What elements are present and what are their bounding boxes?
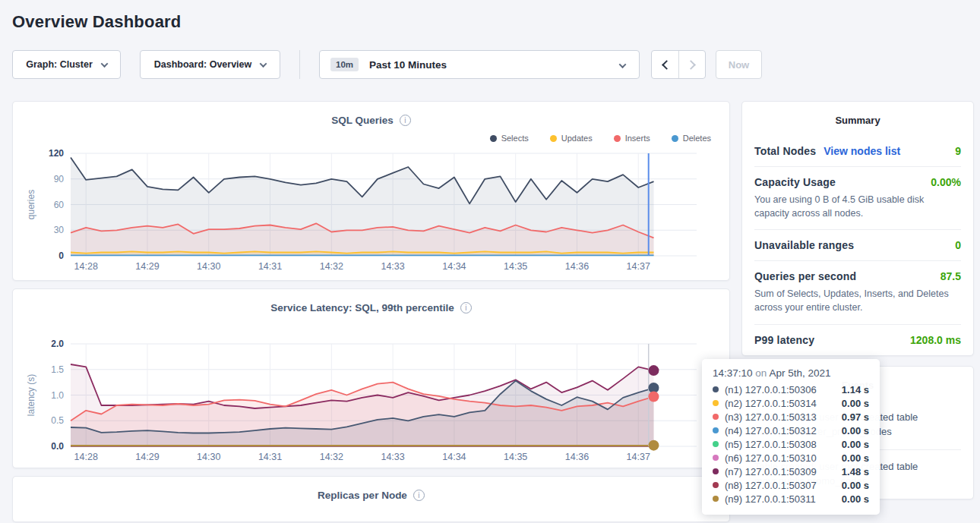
summary-row-head: Queries per second87.5: [754, 270, 961, 282]
legend-label: Updates: [561, 134, 593, 143]
legend-label: Deletes: [683, 134, 711, 143]
svg-text:14:36: 14:36: [565, 261, 589, 272]
tooltip-node-label: (n8) 127.0.0.1:50307: [725, 480, 817, 491]
tooltip-time: 14:37:10: [713, 367, 753, 379]
svg-text:14:29: 14:29: [135, 452, 159, 462]
tooltip-node-value: 1.14 s: [842, 384, 869, 395]
svg-text:14:30: 14:30: [197, 452, 220, 462]
legend-item-updates: Updates: [550, 132, 593, 144]
svg-text:14:35: 14:35: [504, 261, 527, 272]
time-step-forward-button[interactable]: [678, 51, 705, 78]
svg-text:14:33: 14:33: [381, 261, 404, 272]
svg-text:14:29: 14:29: [135, 261, 159, 272]
time-step-back-button[interactable]: [652, 51, 678, 78]
now-button[interactable]: Now: [716, 50, 762, 79]
tooltip-node-value: 1.48 s: [842, 466, 869, 477]
summary-value: 0.00%: [931, 176, 961, 188]
summary-description: You are using 0 B of 4.5 GiB usable disk…: [754, 193, 961, 220]
svg-text:14:32: 14:32: [320, 452, 343, 462]
summary-label: Total Nodes: [754, 145, 816, 157]
summary-row: Capacity Usage0.00%You are using 0 B of …: [754, 167, 961, 230]
svg-text:queries: queries: [26, 190, 36, 219]
tooltip-node-row: (n6) 127.0.0.1:503100.00 s: [713, 451, 869, 465]
tooltip-node-row: (n9) 127.0.0.1:503110.00 s: [713, 492, 869, 506]
view-nodes-list-link[interactable]: View nodes list: [824, 145, 900, 157]
tooltip-node-label: (n1) 127.0.0.1:50306: [725, 384, 817, 395]
info-icon[interactable]: [400, 115, 411, 126]
svg-text:14:37: 14:37: [627, 261, 650, 272]
sql-queries-chart[interactable]: 030609012014:2814:2914:3014:3114:3214:33…: [24, 146, 720, 281]
chart-title-row: SQL Queries: [24, 112, 719, 128]
node-color-dot-icon: [713, 427, 719, 433]
time-window-badge: 10m: [330, 58, 359, 71]
node-color-dot-icon: [713, 400, 719, 406]
tooltip-node-label: (n5) 127.0.0.1:50308: [725, 439, 817, 450]
summary-row: Total NodesView nodes list9: [754, 136, 961, 167]
dashboard-dropdown[interactable]: Dashboard: Overview: [140, 50, 280, 79]
chevron-right-icon: [686, 60, 696, 70]
tooltip-node-label: (n9) 127.0.0.1:50311: [725, 493, 816, 505]
svg-text:0.5: 0.5: [51, 415, 64, 426]
time-step-button-group: [651, 50, 706, 79]
svg-text:14:31: 14:31: [258, 452, 282, 462]
chart-title: SQL Queries: [331, 115, 394, 126]
legend-item-selects: Selects: [490, 132, 529, 144]
svg-text:14:35: 14:35: [504, 452, 527, 462]
graph-scope-dropdown[interactable]: Graph: Cluster: [12, 50, 121, 79]
chevron-left-icon: [662, 60, 672, 70]
summary-row: Unavailable ranges0: [754, 230, 961, 261]
summary-row: P99 latency1208.0 ms: [754, 325, 961, 355]
chart-hover-tooltip: 14:37:10 on Apr 5th, 2021 (n1) 127.0.0.1…: [702, 359, 880, 515]
chart-title-row: Replicas per Node: [24, 487, 719, 503]
tooltip-node-value: 0.00 s: [842, 439, 869, 450]
tooltip-timestamp: 14:37:10 on Apr 5th, 2021: [713, 367, 869, 379]
tooltip-node-label: (n6) 127.0.0.1:50310: [725, 452, 817, 464]
tooltip-node-row: (n3) 127.0.0.1:503130.97 s: [713, 410, 869, 424]
summary-value: 87.5: [940, 270, 961, 282]
svg-text:14:30: 14:30: [197, 261, 220, 272]
tooltip-node-value: 0.00 s: [842, 398, 869, 409]
node-color-dot-icon: [713, 496, 719, 502]
svg-text:14:33: 14:33: [381, 452, 404, 462]
legend-dot-icon: [672, 135, 678, 142]
page-title: Overview Dashboard: [12, 12, 974, 32]
tooltip-node-label: (n2) 127.0.0.1:50314: [725, 398, 817, 409]
legend-label: Selects: [501, 134, 529, 143]
tooltip-node-row: (n1) 127.0.0.1:503061.14 s: [713, 383, 869, 396]
sql-queries-chart-card: SQL Queries SelectsUpdatesInsertsDeletes…: [12, 101, 730, 281]
summary-row-head: Unavailable ranges0: [754, 239, 961, 251]
chart-title: Replicas per Node: [318, 490, 407, 501]
node-color-dot-icon: [713, 482, 719, 488]
time-range-dropdown[interactable]: 10m Past 10 Minutes: [319, 50, 640, 79]
chart-title-row: Service Latency: SQL, 99th percentile: [24, 300, 719, 315]
legend-dot-icon: [550, 135, 557, 142]
summary-rows: Total NodesView nodes list9Capacity Usag…: [754, 136, 961, 355]
summary-label: Queries per second: [754, 270, 856, 282]
svg-text:1.0: 1.0: [51, 390, 64, 401]
chevron-down-icon: [619, 61, 627, 68]
node-color-dot-icon: [713, 441, 719, 447]
service-latency-chart[interactable]: 0.00.51.01.52.014:2814:2914:3014:3114:32…: [24, 336, 720, 468]
summary-label: Capacity Usage: [754, 176, 836, 188]
dashboard-dropdown-label: Dashboard: Overview: [154, 59, 252, 70]
chevron-down-icon: [260, 60, 267, 68]
summary-label: P99 latency: [754, 334, 814, 346]
tooltip-date: Apr 5th, 2021: [769, 367, 830, 379]
info-icon[interactable]: [413, 490, 425, 501]
graph-scope-dropdown-label: Graph: Cluster: [26, 59, 93, 70]
legend-item-inserts: Inserts: [614, 132, 650, 144]
charts-column: SQL Queries SelectsUpdatesInsertsDeletes…: [12, 101, 730, 522]
svg-text:14:28: 14:28: [74, 261, 98, 272]
svg-text:120: 120: [49, 148, 64, 159]
tooltip-node-value: 0.00 s: [842, 493, 869, 505]
svg-text:14:37: 14:37: [627, 452, 650, 462]
svg-text:2.0: 2.0: [51, 339, 64, 349]
node-color-dot-icon: [713, 468, 719, 474]
legend-item-deletes: Deletes: [672, 132, 711, 144]
tooltip-node-label: (n7) 127.0.0.1:50309: [725, 466, 817, 477]
summary-value: 0: [955, 239, 961, 251]
tooltip-node-value: 0.00 s: [842, 452, 869, 464]
info-icon[interactable]: [460, 302, 472, 313]
toolbar-divider: [299, 50, 300, 79]
svg-text:30: 30: [54, 225, 65, 235]
